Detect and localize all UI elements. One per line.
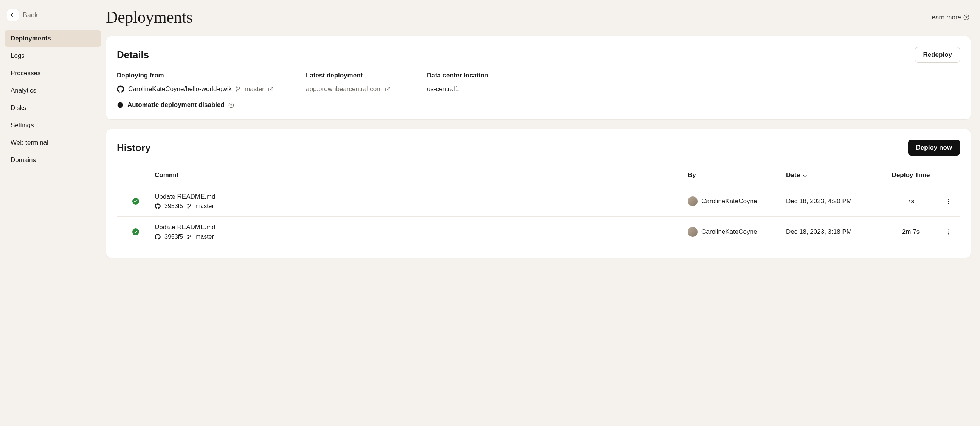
deploy-time: 7s — [885, 198, 937, 205]
git-branch-icon — [235, 87, 241, 92]
svg-point-24 — [948, 233, 950, 234]
col-deploy-time: Deploy Time — [885, 171, 937, 179]
avatar — [688, 196, 698, 206]
sidebar-item-label: Web terminal — [11, 139, 48, 146]
main: Deployments Learn more Details Redeploy … — [106, 0, 980, 282]
deploy-date: Dec 18, 2023, 3:18 PM — [786, 228, 885, 236]
latest-deployment-link[interactable]: app.brownbearcentral.com — [306, 86, 404, 93]
github-icon — [154, 203, 161, 209]
sidebar-item-label: Deployments — [11, 35, 51, 42]
author-name: CarolineKateCoyne — [702, 228, 757, 236]
sidebar-item-label: Logs — [11, 52, 25, 59]
deploy-now-button[interactable]: Deploy now — [908, 140, 960, 155]
commit-hash: 3953f5 — [164, 233, 183, 240]
sidebar-item-label: Analytics — [11, 87, 36, 94]
commit-message: Update README.md — [154, 193, 688, 201]
row-menu-button[interactable] — [937, 198, 960, 205]
table-header: Commit By Date Deploy Time — [117, 165, 960, 186]
datacenter-col: Data center location us-central1 — [427, 72, 960, 109]
latest-deployment-col: Latest deployment app.brownbearcentral.c… — [306, 72, 404, 109]
deploying-from-col: Deploying from CarolineKateCoyne/hello-w… — [117, 72, 283, 109]
col-by: By — [688, 171, 786, 179]
repo-link[interactable]: CarolineKateCoyne/hello-world-qwik maste… — [117, 86, 283, 93]
svg-point-19 — [188, 234, 189, 236]
datacenter-label: Data center location — [427, 72, 960, 79]
sidebar-item-processes[interactable]: Processes — [5, 65, 101, 82]
arrow-down-icon — [802, 173, 808, 178]
svg-point-23 — [948, 231, 950, 233]
latest-deployment-url: app.brownbearcentral.com — [306, 86, 382, 93]
commit-hash: 3953f5 — [164, 203, 183, 210]
sidebar-item-settings[interactable]: Settings — [5, 117, 101, 134]
arrow-left-icon — [10, 12, 16, 18]
svg-point-16 — [948, 199, 950, 200]
avatar — [688, 227, 698, 237]
sidebar-item-label: Settings — [11, 122, 33, 129]
sidebar-item-logs[interactable]: Logs — [5, 48, 101, 64]
auto-deploy-row: Automatic deployment disabled — [117, 101, 283, 109]
svg-point-18 — [948, 203, 950, 204]
minus-circle-icon — [117, 101, 124, 108]
external-link-icon — [268, 87, 274, 92]
svg-point-13 — [188, 204, 189, 205]
commit-branch: master — [196, 203, 214, 210]
nav: Deployments Logs Processes Analytics Dis… — [5, 30, 101, 168]
redeploy-button[interactable]: Redeploy — [915, 47, 960, 63]
learn-more-link[interactable]: Learn more — [928, 14, 969, 21]
svg-rect-8 — [119, 105, 122, 105]
branch-name: master — [245, 86, 264, 93]
page-header: Deployments Learn more — [106, 8, 971, 27]
svg-point-22 — [948, 229, 950, 230]
git-branch-icon — [187, 204, 192, 209]
sidebar-item-analytics[interactable]: Analytics — [5, 82, 101, 99]
back-button[interactable] — [7, 9, 19, 21]
sidebar-item-web-terminal[interactable]: Web terminal — [5, 135, 101, 151]
author-name: CarolineKateCoyne — [702, 198, 757, 205]
learn-more-label: Learn more — [928, 14, 961, 21]
sidebar-item-label: Domains — [11, 156, 36, 163]
sidebar-item-deployments[interactable]: Deployments — [5, 30, 101, 47]
col-commit: Commit — [154, 171, 688, 179]
sidebar-item-label: Disks — [11, 104, 27, 111]
sidebar-item-label: Processes — [11, 70, 40, 77]
sidebar-item-disks[interactable]: Disks — [5, 100, 101, 116]
status-success-icon — [132, 198, 139, 205]
svg-line-11 — [387, 87, 390, 90]
commit-message: Update README.md — [154, 223, 688, 231]
svg-point-20 — [190, 235, 191, 236]
more-vertical-icon — [945, 228, 952, 235]
sidebar: Back Deployments Logs Processes Analytic… — [0, 0, 106, 282]
col-date-label: Date — [786, 171, 800, 179]
auto-deploy-text: Automatic deployment disabled — [127, 101, 224, 109]
deploy-date: Dec 18, 2023, 4:20 PM — [786, 198, 885, 205]
table-row[interactable]: Update README.md 3953f5 master — [117, 186, 960, 217]
github-icon — [117, 86, 124, 93]
row-menu-button[interactable] — [937, 228, 960, 235]
col-date[interactable]: Date — [786, 171, 885, 179]
details-title: Details — [117, 49, 149, 61]
sidebar-item-domains[interactable]: Domains — [5, 152, 101, 168]
help-circle-icon — [963, 14, 969, 21]
svg-point-3 — [236, 87, 237, 88]
history-table: Commit By Date Deploy Time — [117, 165, 960, 247]
repo-name: CarolineKateCoyne/hello-world-qwik — [128, 86, 232, 93]
svg-line-6 — [270, 87, 273, 90]
help-circle-icon[interactable] — [228, 102, 234, 108]
more-vertical-icon — [945, 198, 952, 205]
table-row[interactable]: Update README.md 3953f5 master — [117, 217, 960, 247]
svg-point-21 — [188, 238, 189, 239]
latest-deployment-label: Latest deployment — [306, 72, 404, 79]
svg-point-5 — [236, 90, 237, 91]
commit-branch: master — [196, 233, 214, 240]
details-card: Details Redeploy Deploying from Caroline… — [106, 36, 971, 120]
page-title: Deployments — [106, 8, 192, 27]
svg-point-14 — [190, 204, 191, 206]
git-branch-icon — [187, 234, 192, 239]
external-link-icon — [385, 87, 390, 92]
back-row: Back — [5, 9, 101, 21]
deploying-from-label: Deploying from — [117, 72, 283, 79]
status-success-icon — [132, 228, 139, 235]
github-icon — [154, 234, 161, 240]
history-card: History Deploy now Commit By Date Deploy… — [106, 129, 971, 258]
history-title: History — [117, 142, 151, 154]
